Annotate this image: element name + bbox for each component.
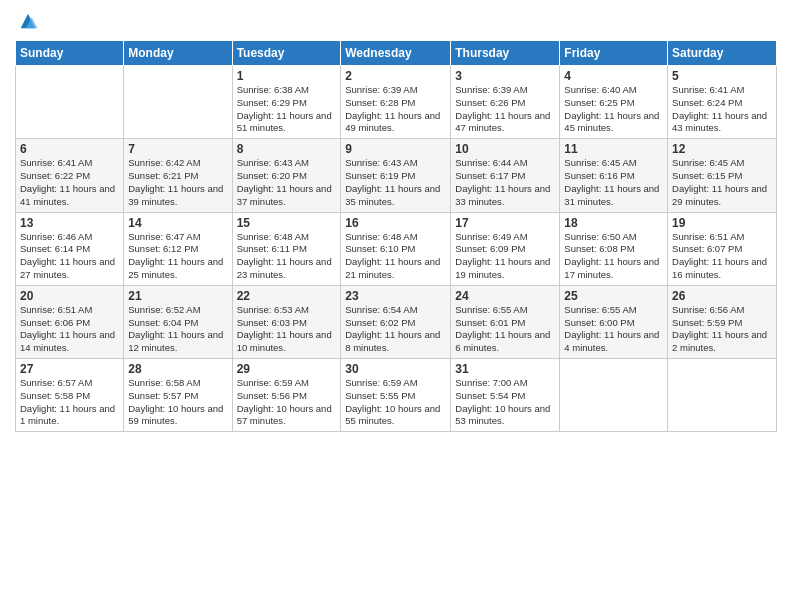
day-number: 7 xyxy=(128,142,227,156)
day-number: 6 xyxy=(20,142,119,156)
day-info: Sunrise: 6:59 AM Sunset: 5:55 PM Dayligh… xyxy=(345,377,446,428)
calendar-cell xyxy=(124,66,232,139)
day-number: 5 xyxy=(672,69,772,83)
day-info: Sunrise: 6:48 AM Sunset: 6:10 PM Dayligh… xyxy=(345,231,446,282)
day-info: Sunrise: 6:47 AM Sunset: 6:12 PM Dayligh… xyxy=(128,231,227,282)
day-info: Sunrise: 6:41 AM Sunset: 6:24 PM Dayligh… xyxy=(672,84,772,135)
day-info: Sunrise: 6:56 AM Sunset: 5:59 PM Dayligh… xyxy=(672,304,772,355)
calendar-cell xyxy=(16,66,124,139)
week-row-3: 13Sunrise: 6:46 AM Sunset: 6:14 PM Dayli… xyxy=(16,212,777,285)
day-number: 2 xyxy=(345,69,446,83)
col-header-tuesday: Tuesday xyxy=(232,41,341,66)
col-header-wednesday: Wednesday xyxy=(341,41,451,66)
day-info: Sunrise: 6:44 AM Sunset: 6:17 PM Dayligh… xyxy=(455,157,555,208)
day-number: 31 xyxy=(455,362,555,376)
day-info: Sunrise: 6:38 AM Sunset: 6:29 PM Dayligh… xyxy=(237,84,337,135)
day-number: 13 xyxy=(20,216,119,230)
logo-icon xyxy=(17,10,39,32)
calendar-cell: 11Sunrise: 6:45 AM Sunset: 6:16 PM Dayli… xyxy=(560,139,668,212)
day-number: 23 xyxy=(345,289,446,303)
calendar-cell: 23Sunrise: 6:54 AM Sunset: 6:02 PM Dayli… xyxy=(341,285,451,358)
calendar-cell: 30Sunrise: 6:59 AM Sunset: 5:55 PM Dayli… xyxy=(341,359,451,432)
calendar-cell: 8Sunrise: 6:43 AM Sunset: 6:20 PM Daylig… xyxy=(232,139,341,212)
day-number: 28 xyxy=(128,362,227,376)
calendar-cell: 7Sunrise: 6:42 AM Sunset: 6:21 PM Daylig… xyxy=(124,139,232,212)
day-number: 4 xyxy=(564,69,663,83)
day-info: Sunrise: 6:45 AM Sunset: 6:15 PM Dayligh… xyxy=(672,157,772,208)
day-number: 3 xyxy=(455,69,555,83)
day-info: Sunrise: 6:43 AM Sunset: 6:20 PM Dayligh… xyxy=(237,157,337,208)
day-info: Sunrise: 6:59 AM Sunset: 5:56 PM Dayligh… xyxy=(237,377,337,428)
calendar-cell: 4Sunrise: 6:40 AM Sunset: 6:25 PM Daylig… xyxy=(560,66,668,139)
calendar-cell: 14Sunrise: 6:47 AM Sunset: 6:12 PM Dayli… xyxy=(124,212,232,285)
day-info: Sunrise: 6:43 AM Sunset: 6:19 PM Dayligh… xyxy=(345,157,446,208)
day-info: Sunrise: 6:55 AM Sunset: 6:01 PM Dayligh… xyxy=(455,304,555,355)
day-info: Sunrise: 6:45 AM Sunset: 6:16 PM Dayligh… xyxy=(564,157,663,208)
calendar-cell: 9Sunrise: 6:43 AM Sunset: 6:19 PM Daylig… xyxy=(341,139,451,212)
day-info: Sunrise: 6:51 AM Sunset: 6:06 PM Dayligh… xyxy=(20,304,119,355)
day-number: 9 xyxy=(345,142,446,156)
day-number: 14 xyxy=(128,216,227,230)
calendar-cell: 5Sunrise: 6:41 AM Sunset: 6:24 PM Daylig… xyxy=(668,66,777,139)
calendar-cell: 24Sunrise: 6:55 AM Sunset: 6:01 PM Dayli… xyxy=(451,285,560,358)
calendar-cell: 1Sunrise: 6:38 AM Sunset: 6:29 PM Daylig… xyxy=(232,66,341,139)
calendar-cell: 19Sunrise: 6:51 AM Sunset: 6:07 PM Dayli… xyxy=(668,212,777,285)
day-number: 18 xyxy=(564,216,663,230)
calendar-cell: 12Sunrise: 6:45 AM Sunset: 6:15 PM Dayli… xyxy=(668,139,777,212)
day-number: 27 xyxy=(20,362,119,376)
day-info: Sunrise: 6:42 AM Sunset: 6:21 PM Dayligh… xyxy=(128,157,227,208)
calendar-cell: 3Sunrise: 6:39 AM Sunset: 6:26 PM Daylig… xyxy=(451,66,560,139)
day-info: Sunrise: 6:50 AM Sunset: 6:08 PM Dayligh… xyxy=(564,231,663,282)
col-header-sunday: Sunday xyxy=(16,41,124,66)
week-row-4: 20Sunrise: 6:51 AM Sunset: 6:06 PM Dayli… xyxy=(16,285,777,358)
calendar-cell: 15Sunrise: 6:48 AM Sunset: 6:11 PM Dayli… xyxy=(232,212,341,285)
calendar-cell: 27Sunrise: 6:57 AM Sunset: 5:58 PM Dayli… xyxy=(16,359,124,432)
week-row-1: 1Sunrise: 6:38 AM Sunset: 6:29 PM Daylig… xyxy=(16,66,777,139)
day-number: 16 xyxy=(345,216,446,230)
day-number: 25 xyxy=(564,289,663,303)
day-number: 20 xyxy=(20,289,119,303)
day-info: Sunrise: 6:54 AM Sunset: 6:02 PM Dayligh… xyxy=(345,304,446,355)
day-info: Sunrise: 6:39 AM Sunset: 6:26 PM Dayligh… xyxy=(455,84,555,135)
calendar-cell: 20Sunrise: 6:51 AM Sunset: 6:06 PM Dayli… xyxy=(16,285,124,358)
calendar-cell: 13Sunrise: 6:46 AM Sunset: 6:14 PM Dayli… xyxy=(16,212,124,285)
day-number: 19 xyxy=(672,216,772,230)
day-number: 30 xyxy=(345,362,446,376)
calendar-table: SundayMondayTuesdayWednesdayThursdayFrid… xyxy=(15,40,777,432)
col-header-saturday: Saturday xyxy=(668,41,777,66)
calendar-cell: 18Sunrise: 6:50 AM Sunset: 6:08 PM Dayli… xyxy=(560,212,668,285)
calendar-cell: 10Sunrise: 6:44 AM Sunset: 6:17 PM Dayli… xyxy=(451,139,560,212)
col-header-thursday: Thursday xyxy=(451,41,560,66)
day-info: Sunrise: 6:46 AM Sunset: 6:14 PM Dayligh… xyxy=(20,231,119,282)
day-info: Sunrise: 7:00 AM Sunset: 5:54 PM Dayligh… xyxy=(455,377,555,428)
day-info: Sunrise: 6:52 AM Sunset: 6:04 PM Dayligh… xyxy=(128,304,227,355)
week-row-2: 6Sunrise: 6:41 AM Sunset: 6:22 PM Daylig… xyxy=(16,139,777,212)
calendar-cell: 28Sunrise: 6:58 AM Sunset: 5:57 PM Dayli… xyxy=(124,359,232,432)
week-row-5: 27Sunrise: 6:57 AM Sunset: 5:58 PM Dayli… xyxy=(16,359,777,432)
calendar-cell: 31Sunrise: 7:00 AM Sunset: 5:54 PM Dayli… xyxy=(451,359,560,432)
calendar-cell: 2Sunrise: 6:39 AM Sunset: 6:28 PM Daylig… xyxy=(341,66,451,139)
day-number: 22 xyxy=(237,289,337,303)
calendar-cell: 6Sunrise: 6:41 AM Sunset: 6:22 PM Daylig… xyxy=(16,139,124,212)
day-info: Sunrise: 6:49 AM Sunset: 6:09 PM Dayligh… xyxy=(455,231,555,282)
day-number: 11 xyxy=(564,142,663,156)
day-number: 8 xyxy=(237,142,337,156)
calendar-cell: 17Sunrise: 6:49 AM Sunset: 6:09 PM Dayli… xyxy=(451,212,560,285)
calendar-cell xyxy=(668,359,777,432)
day-info: Sunrise: 6:58 AM Sunset: 5:57 PM Dayligh… xyxy=(128,377,227,428)
day-info: Sunrise: 6:39 AM Sunset: 6:28 PM Dayligh… xyxy=(345,84,446,135)
day-number: 10 xyxy=(455,142,555,156)
day-info: Sunrise: 6:41 AM Sunset: 6:22 PM Dayligh… xyxy=(20,157,119,208)
day-number: 1 xyxy=(237,69,337,83)
day-info: Sunrise: 6:51 AM Sunset: 6:07 PM Dayligh… xyxy=(672,231,772,282)
day-number: 29 xyxy=(237,362,337,376)
day-number: 26 xyxy=(672,289,772,303)
col-header-friday: Friday xyxy=(560,41,668,66)
calendar-cell xyxy=(560,359,668,432)
day-info: Sunrise: 6:57 AM Sunset: 5:58 PM Dayligh… xyxy=(20,377,119,428)
day-info: Sunrise: 6:48 AM Sunset: 6:11 PM Dayligh… xyxy=(237,231,337,282)
day-number: 15 xyxy=(237,216,337,230)
day-number: 17 xyxy=(455,216,555,230)
day-info: Sunrise: 6:55 AM Sunset: 6:00 PM Dayligh… xyxy=(564,304,663,355)
header xyxy=(15,10,777,32)
